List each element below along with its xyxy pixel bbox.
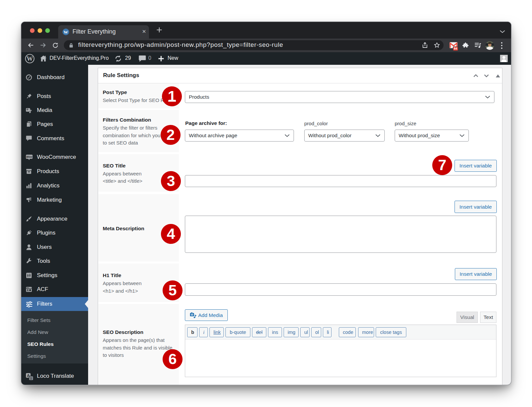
svg-text:W: W <box>27 55 33 62</box>
svg-text:W: W <box>64 30 68 35</box>
svg-text:文: 文 <box>30 377 33 380</box>
svg-text:Woo: Woo <box>26 155 32 158</box>
